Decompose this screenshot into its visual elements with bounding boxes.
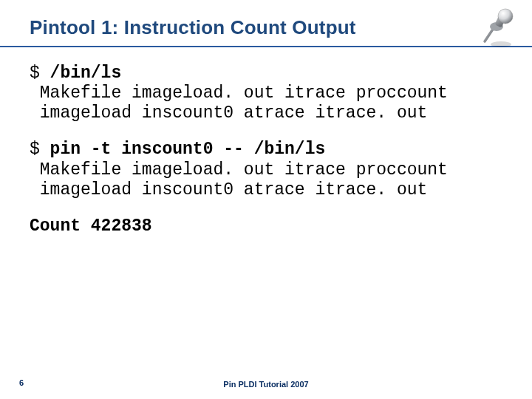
output-2-line-1: Makefile imageload. out itrace proccount — [30, 160, 448, 180]
svg-point-3 — [498, 9, 513, 24]
footer-text: Pin PLDI Tutorial 2007 — [0, 380, 532, 389]
command-1: /bin/ls — [50, 64, 122, 83]
terminal-block-1: $ /bin/ls Makefile imageload. out itrace… — [30, 64, 502, 123]
output-1-line-1: Makefile imageload. out itrace proccount — [30, 83, 448, 103]
count-output: Count 422838 — [30, 216, 502, 236]
output-2-line-2: imageload inscount0 atrace itrace. out — [30, 180, 427, 200]
terminal-block-2: $ pin -t inscount0 -- /bin/ls Makefile i… — [30, 140, 502, 200]
svg-point-0 — [491, 41, 511, 47]
page-title: Pintool 1: Instruction Count Output — [30, 16, 356, 39]
pushpin-icon — [479, 7, 520, 49]
slide: Pintool 1: Instruction Count Output — [0, 0, 532, 399]
title-underline — [0, 46, 532, 47]
command-2: pin -t inscount0 -- /bin/ls — [50, 140, 326, 159]
prompt-1: $ — [30, 64, 50, 83]
output-1-line-2: imageload inscount0 atrace itrace. out — [30, 103, 427, 123]
content-area: $ /bin/ls Makefile imageload. out itrace… — [30, 64, 502, 236]
prompt-2: $ — [30, 140, 50, 159]
